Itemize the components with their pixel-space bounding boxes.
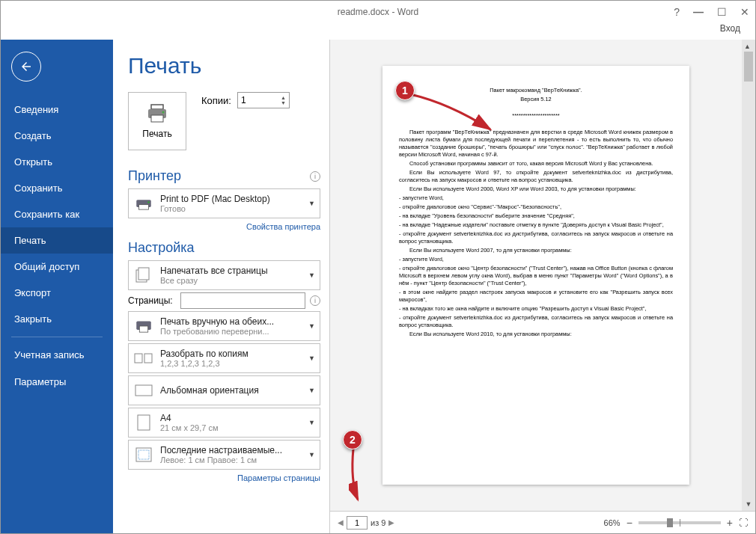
copies-input[interactable]: 1 ▲▼	[237, 92, 290, 108]
page-number-input[interactable]	[347, 516, 368, 530]
maximize-icon[interactable]: ☐	[717, 6, 727, 18]
close-icon[interactable]: ✕	[740, 6, 749, 18]
zoom-out-button[interactable]: −	[627, 517, 632, 529]
zoom-in-button[interactable]: +	[727, 517, 733, 529]
printer-info-icon[interactable]: i	[310, 171, 320, 182]
svg-rect-10	[139, 326, 147, 332]
paper-icon	[133, 412, 154, 433]
fit-page-icon[interactable]: ⛶	[739, 518, 748, 528]
minimize-icon[interactable]: —	[693, 6, 704, 18]
page-total-label: из 9	[371, 518, 385, 527]
annotation-2: 2	[343, 430, 362, 449]
svg-rect-11	[135, 354, 142, 363]
nav-account[interactable]: Учетная запись	[1, 342, 113, 369]
nav-export[interactable]: Экспорт	[1, 280, 113, 306]
setting-margins[interactable]: Последние настраиваемые...Левое: 1 см Пр…	[128, 440, 320, 470]
svg-point-6	[147, 201, 149, 203]
nav-share[interactable]: Общий доступ	[1, 254, 113, 280]
nav-saveas[interactable]: Сохранить как	[1, 201, 113, 227]
print-heading: Печать	[128, 53, 320, 79]
pages-input[interactable]	[180, 292, 305, 309]
zoom-level-label: 66%	[604, 518, 621, 527]
pages-label: Страницы:	[128, 295, 180, 306]
help-icon[interactable]: ?	[674, 6, 680, 18]
annotation-1: 1	[395, 81, 415, 100]
copies-label: Копии:	[201, 95, 231, 106]
pages-icon	[133, 265, 154, 286]
svg-rect-14	[138, 415, 150, 430]
pages-info-icon[interactable]: i	[310, 295, 320, 306]
svg-point-3	[162, 111, 165, 114]
printer-properties-link[interactable]: Свойства принтера	[128, 222, 320, 231]
zoom-slider[interactable]	[638, 521, 721, 524]
prev-page-button[interactable]: ◀	[338, 518, 344, 527]
settings-heading: Настройка	[128, 240, 195, 256]
svg-rect-2	[151, 115, 163, 122]
svg-rect-13	[135, 385, 152, 396]
setting-duplex[interactable]: Печать вручную на обеих...По требованию …	[128, 311, 320, 341]
page-setup-link[interactable]: Параметры страницы	[128, 473, 320, 482]
printer-icon	[133, 193, 154, 214]
nav-new[interactable]: Создать	[1, 123, 113, 149]
svg-rect-12	[144, 354, 152, 363]
svg-rect-0	[151, 105, 163, 109]
nav-info[interactable]: Сведения	[1, 96, 113, 123]
print-preview: Пакет макрокоманд "ВерТеКнижка". Версия …	[330, 40, 755, 533]
backstage-sidebar: Сведения Создать Открыть Сохранить Сохра…	[1, 40, 113, 533]
printer-heading: Принтер	[128, 168, 181, 184]
setting-print-range[interactable]: Напечатать все страницыВсе сразу ▼	[128, 260, 320, 290]
printer-selector[interactable]: Print to PDF (Mac Desktop)Готово ▼	[128, 188, 320, 218]
nav-open[interactable]: Открыть	[1, 149, 113, 175]
svg-rect-5	[139, 205, 149, 210]
print-button[interactable]: Печать	[128, 92, 186, 150]
back-button[interactable]	[11, 52, 41, 82]
titlebar: readme.docx - Word ? — ☐ ✕	[1, 1, 755, 23]
nav-save[interactable]: Сохранить	[1, 175, 113, 201]
nav-print[interactable]: Печать	[1, 227, 113, 254]
next-page-button[interactable]: ▶	[388, 518, 394, 527]
preview-scrollbar[interactable]: ▲ ▼	[742, 40, 755, 511]
setting-collate[interactable]: Разобрать по копиям1,2,3 1,2,3 1,2,3 ▼	[128, 343, 320, 373]
print-panel: Печать Печать Копии: 1 ▲▼	[113, 40, 330, 533]
window-title: readme.docx - Word	[338, 7, 419, 17]
setting-orientation[interactable]: Альбомная ориентация ▼	[128, 375, 320, 405]
orientation-icon	[133, 380, 154, 401]
svg-rect-8	[138, 268, 149, 280]
nav-options[interactable]: Параметры	[1, 369, 113, 395]
setting-paper-size[interactable]: A421 см x 29,7 см ▼	[128, 408, 320, 438]
duplex-icon	[133, 316, 154, 337]
nav-close[interactable]: Закрыть	[1, 306, 113, 332]
collate-icon	[133, 348, 154, 369]
chevron-down-icon: ▼	[305, 200, 315, 207]
margins-icon	[133, 444, 154, 465]
login-link[interactable]: Вход	[1, 23, 755, 40]
